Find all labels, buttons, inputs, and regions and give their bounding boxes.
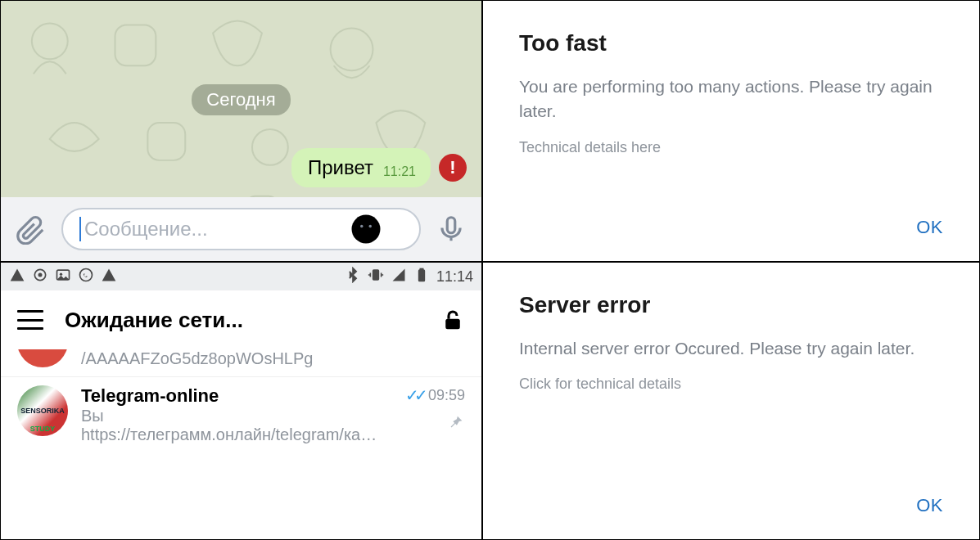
signal-icon — [391, 267, 407, 287]
svg-point-12 — [38, 272, 43, 277]
chat-preview: https://телеграмм.онлайн/telegram/ка… — [81, 425, 392, 444]
ok-button[interactable]: OK — [916, 217, 943, 238]
battery-icon — [413, 267, 430, 287]
vibrate-icon — [368, 267, 384, 287]
chat-preview: /AAAAAFZoG5dz8opWOsHLPg — [81, 349, 465, 368]
send-error-icon[interactable]: ! — [439, 154, 467, 182]
outgoing-message-bubble[interactable]: Привет 11:21 — [291, 148, 431, 187]
dialog-body: Internal server error Occured. Please tr… — [519, 336, 943, 361]
svg-point-7 — [352, 215, 381, 244]
chat-list[interactable]: /AAAAAFZoG5dz8opWOsHLPg SENSORIKA Telegr… — [1, 349, 481, 539]
message-text: Привет — [308, 156, 373, 179]
technical-details-link[interactable]: Technical details here — [519, 139, 943, 156]
chat-name: Telegram-online — [81, 385, 392, 407]
avatar[interactable]: SENSORIKA — [17, 385, 68, 436]
dialog-body: You are performing too many actions. Ple… — [519, 74, 943, 124]
svg-point-15 — [80, 268, 93, 281]
connection-status-title: Ожидание сети... — [65, 308, 419, 333]
dialog-server-error: Server error Internal server error Occur… — [482, 262, 980, 540]
warning-icon — [9, 267, 25, 287]
svg-rect-19 — [419, 275, 423, 281]
dialog-too-fast: Too fast You are performing too many act… — [482, 0, 980, 262]
app-bar: Ожидание сети... — [1, 290, 481, 349]
ok-button[interactable]: OK — [916, 495, 943, 516]
target-icon — [32, 267, 48, 287]
dialog-title: Too fast — [519, 30, 943, 56]
svg-rect-18 — [420, 268, 422, 270]
message-time: 11:21 — [383, 164, 416, 179]
warning-icon — [101, 267, 117, 287]
svg-point-14 — [60, 272, 62, 275]
attach-icon[interactable] — [14, 212, 48, 246]
technical-details-link[interactable]: Click for technical details — [519, 376, 943, 393]
chat-view: Сегодня Привет 11:21 ! Сообщение... — [0, 0, 482, 262]
text-caret — [79, 217, 81, 241]
status-clock: 11:14 — [436, 268, 473, 286]
sticker-icon[interactable] — [349, 212, 383, 246]
svg-rect-20 — [445, 319, 460, 330]
svg-rect-10 — [447, 218, 455, 233]
chat-list-item[interactable]: SENSORIKA Telegram-online Вы https://тел… — [1, 376, 481, 452]
passcode-lock-icon[interactable] — [440, 308, 465, 332]
message-row[interactable]: Привет 11:21 ! — [1, 148, 481, 187]
svg-rect-16 — [373, 270, 379, 280]
svg-point-9 — [369, 225, 373, 228]
read-receipt-icon: ✓✓ — [405, 385, 423, 405]
avatar[interactable] — [17, 349, 68, 367]
message-input-bar: Сообщение... — [1, 197, 481, 261]
svg-point-8 — [360, 225, 364, 228]
chat-time: 09:59 — [428, 387, 465, 404]
date-separator: Сегодня — [192, 84, 290, 115]
whatsapp-icon — [78, 267, 94, 287]
input-placeholder: Сообщение... — [84, 218, 208, 241]
chat-list-view: 11:14 Ожидание сети... /AAAAAFZoG5dz8opW… — [0, 262, 482, 540]
chat-sender: Вы — [81, 407, 392, 425]
microphone-icon[interactable] — [434, 212, 468, 246]
android-status-bar: 11:14 — [1, 263, 481, 290]
bluetooth-icon — [345, 267, 361, 287]
dialog-title: Server error — [519, 292, 943, 318]
hamburger-icon[interactable] — [17, 310, 43, 330]
image-icon — [55, 267, 71, 287]
pin-icon — [447, 413, 465, 435]
chat-list-item[interactable]: /AAAAAFZoG5dz8opWOsHLPg — [1, 349, 481, 376]
